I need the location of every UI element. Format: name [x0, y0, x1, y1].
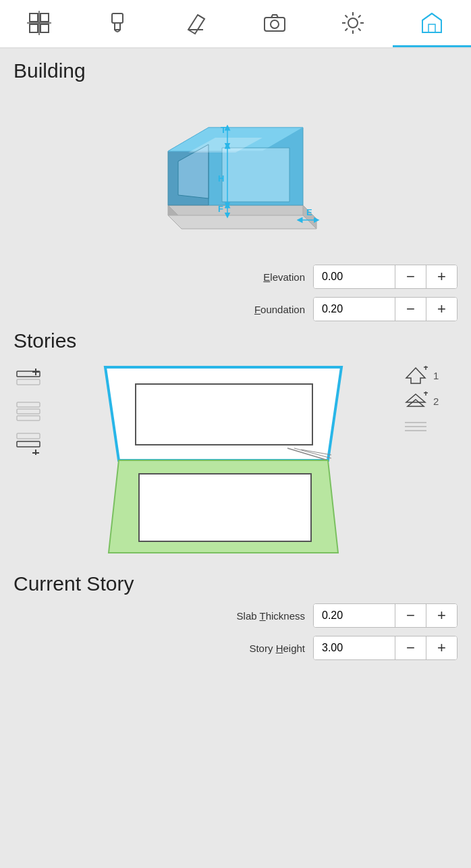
- story-middle-icon: [16, 400, 41, 421]
- story-1-label: 1: [433, 370, 439, 381]
- svg-marker-57: [408, 400, 424, 406]
- elevation-label: EElevationlevation: [224, 271, 305, 283]
- svg-rect-36: [17, 379, 40, 385]
- svg-rect-6: [112, 13, 123, 23]
- toolbar: [0, 0, 471, 49]
- roof-icon: [404, 366, 428, 385]
- svg-line-18: [358, 15, 361, 18]
- svg-rect-20: [428, 24, 435, 32]
- add-story-top-icon: [16, 367, 41, 389]
- svg-rect-3: [40, 24, 49, 32]
- story-middle-button[interactable]: [13, 398, 43, 423]
- foundation-input-group: − +: [313, 297, 458, 321]
- story-height-label: Story Height: [224, 643, 305, 654]
- camera-icon: [262, 11, 287, 35]
- building-section: Building: [13, 59, 458, 321]
- building-title: Building: [13, 59, 458, 82]
- foundation-minus-button[interactable]: −: [395, 298, 426, 321]
- svg-rect-40: [17, 409, 40, 414]
- foundation-input[interactable]: [314, 298, 395, 321]
- foundation-plus-button[interactable]: +: [426, 298, 457, 321]
- svg-rect-42: [17, 433, 40, 439]
- sun-icon: [341, 11, 365, 35]
- story-height-field-row: Story Height − +: [13, 636, 458, 660]
- stories-title: Stories: [13, 329, 458, 352]
- elevation-minus-button[interactable]: −: [395, 265, 426, 288]
- camera-tool-button[interactable]: [236, 0, 314, 47]
- svg-rect-0: [30, 13, 38, 22]
- main-content: Building: [0, 49, 471, 679]
- eraser-tool-button[interactable]: [157, 0, 236, 47]
- story-height-minus-button[interactable]: −: [395, 636, 426, 659]
- grid-tool-button[interactable]: [0, 0, 78, 47]
- stories-svg: [99, 360, 348, 556]
- grid-icon: [27, 11, 51, 35]
- elevation-input-group: − +: [313, 265, 458, 289]
- svg-rect-7: [115, 23, 120, 30]
- story-height-input[interactable]: [314, 636, 395, 659]
- svg-marker-53: [406, 368, 425, 383]
- svg-rect-41: [17, 416, 40, 421]
- add-story-top-button[interactable]: [13, 366, 43, 390]
- slab-thickness-field-row: Slab Thickness − +: [13, 603, 458, 628]
- svg-rect-52: [139, 474, 311, 541]
- current-story-section: Current Story Slab Thickness − + Story H…: [13, 572, 458, 660]
- svg-point-10: [271, 20, 279, 28]
- svg-rect-43: [17, 441, 40, 447]
- floor2-icon: [404, 391, 428, 410]
- svg-line-17: [358, 28, 361, 31]
- story-3-item[interactable]: [404, 417, 458, 436]
- stories-right: 1 2: [404, 360, 458, 436]
- stories-section: Stories: [13, 329, 458, 556]
- svg-rect-47: [136, 384, 312, 445]
- foundation-label: Foundation: [224, 304, 305, 315]
- building-diagram-svg: T H F E: [128, 90, 343, 252]
- brush-icon: [105, 11, 130, 35]
- slab-minus-button[interactable]: −: [395, 604, 426, 627]
- elevation-field-row: EElevationlevation − +: [13, 265, 458, 289]
- svg-marker-28: [222, 148, 289, 202]
- eraser-icon: [184, 11, 209, 35]
- svg-rect-39: [17, 402, 40, 407]
- svg-marker-56: [406, 394, 425, 402]
- current-story-title: Current Story: [13, 572, 458, 595]
- svg-line-19: [345, 28, 348, 31]
- slab-label: Slab Thickness: [224, 610, 305, 622]
- building-icon: [420, 11, 444, 35]
- building-tool-button[interactable]: [393, 0, 471, 47]
- story-1-item[interactable]: 1: [404, 366, 458, 385]
- stories-left-icons: [13, 360, 43, 455]
- T-label: T: [221, 125, 226, 135]
- elevation-plus-button[interactable]: +: [426, 265, 457, 288]
- building-diagram: T H F E: [13, 90, 458, 252]
- add-story-bottom-icon: [16, 431, 41, 455]
- stories-diagram: 1 2: [13, 360, 458, 556]
- svg-point-11: [348, 18, 358, 28]
- slab-input-group: − +: [313, 603, 458, 628]
- E-label: E: [306, 207, 312, 217]
- floor1-icon: [404, 417, 428, 436]
- svg-rect-1: [40, 13, 49, 22]
- stories-center: [51, 360, 395, 556]
- add-story-bottom-button[interactable]: [13, 431, 43, 455]
- story-height-plus-button[interactable]: +: [426, 636, 457, 659]
- story-2-label: 2: [433, 396, 439, 407]
- story-2-item[interactable]: 2: [404, 391, 458, 410]
- svg-line-16: [345, 15, 348, 18]
- sun-tool-button[interactable]: [314, 0, 392, 47]
- slab-plus-button[interactable]: +: [426, 604, 457, 627]
- foundation-field-row: Foundation − +: [13, 297, 458, 321]
- svg-marker-24: [168, 215, 316, 229]
- F-label: F: [218, 204, 223, 214]
- slab-input[interactable]: [314, 604, 395, 627]
- elevation-input[interactable]: [314, 265, 395, 288]
- H-label: H: [218, 173, 224, 184]
- svg-rect-2: [30, 24, 38, 32]
- story-height-input-group: − +: [313, 636, 458, 660]
- brush-tool-button[interactable]: [78, 0, 157, 47]
